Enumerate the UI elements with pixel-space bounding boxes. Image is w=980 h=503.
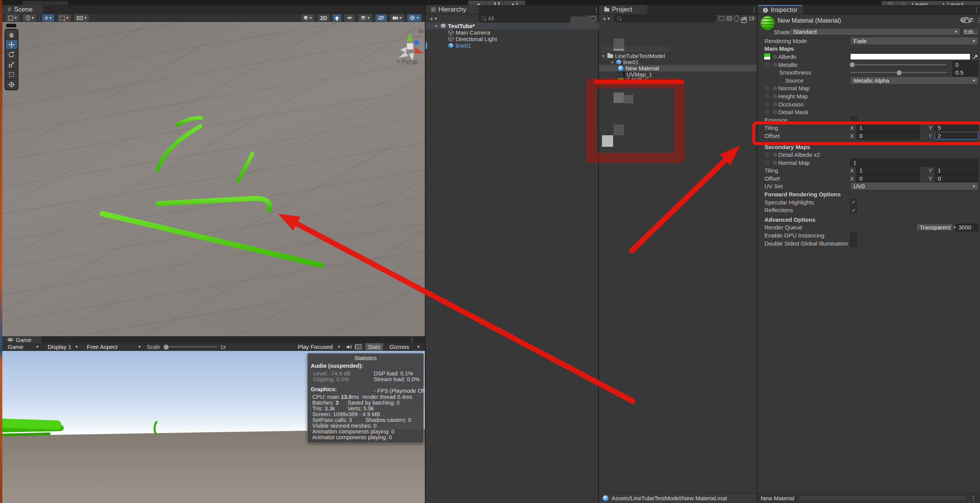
metallic-value-field[interactable]: 0 [952,61,978,68]
effects-dropdown[interactable]: ▾ [358,14,373,22]
rotate-tool-button[interactable] [6,50,17,59]
lighting-toggle-button[interactable] [332,14,342,22]
scale-slider[interactable] [163,346,217,347]
step-button[interactable]: ► [503,0,526,5]
aspect-ratio-dropdown[interactable]: Free Aspect▾ [84,343,144,350]
normal-scale-field[interactable]: 1 [850,159,978,166]
panel-menu-icon[interactable]: ⋮ [751,6,758,13]
rect-tool-button[interactable] [6,70,17,79]
tab-scene[interactable]: # Scene [2,5,43,14]
smoothness-knob[interactable] [896,70,902,76]
object-picker-icon[interactable]: ⊙ [773,101,777,107]
material-menu-icon[interactable]: ⋮ [976,17,980,24]
object-picker-icon[interactable]: ⊙ [773,152,777,158]
smoothness-slider[interactable] [850,72,947,73]
shader-dropdown[interactable]: Standard▾ [790,28,960,35]
tab-game[interactable]: Game [2,336,41,343]
game-view-dropdown[interactable]: Game▾ [5,343,41,350]
preview-menu-icon[interactable]: ⋮ [970,495,977,502]
project-item-new-material[interactable]: New Material [618,65,659,71]
hierarchy-item-directional-light[interactable]: Directional Light [448,36,497,42]
game-viewport[interactable]: Statistics Audio (suspended): Level: -74… [2,352,425,503]
display-dropdown[interactable]: Display 1▾ [45,343,81,350]
scene-viewport[interactable]: y z x < Persp [2,22,425,336]
detail-albedo-texture-slot[interactable] [764,151,771,158]
layers-dropdown[interactable]: Layers▾ [909,1,948,5]
double-sided-gi-checkbox[interactable] [850,240,857,247]
layout-dropdown[interactable]: Layout▾ [944,1,980,5]
units-button[interactable]: ▾ [74,14,90,22]
gizmos-dropdown[interactable]: Gizmos▾ [386,343,423,350]
height-map-texture-slot[interactable] [764,93,771,100]
lock-icon[interactable] [741,18,747,23]
collapse-icon[interactable]: ▼ [601,54,605,58]
axis-z-handle[interactable] [414,40,419,45]
gizmos-toggle-dropdown[interactable]: ▾ [407,14,422,22]
gpu-instancing-checkbox[interactable] [850,232,857,239]
hierarchy-item-line01[interactable]: line01 [448,42,471,49]
detail-mask-texture-slot[interactable] [764,109,771,116]
metallic-slider[interactable] [850,64,947,65]
object-picker-icon[interactable]: ⊙ [773,93,777,99]
shading-mode-dropdown[interactable]: ▾ [301,14,315,22]
2d-toggle-button[interactable]: 2D [317,14,330,22]
smoothness-value-field[interactable]: 0.5 [952,69,978,76]
edit-shader-button[interactable]: Edit... [963,28,979,35]
camera-settings-dropdown[interactable]: ▾ [390,14,405,22]
source-dropdown[interactable]: Metallic Alpha▾ [850,76,978,85]
panel-menu-icon[interactable]: ⋮ [973,6,980,13]
inspector-preview-header[interactable]: New Material ⋮ [758,493,980,503]
tool-settings-button[interactable]: ▾ [5,14,20,22]
stats-toggle-button[interactable]: Stats [365,343,383,351]
project-folder-row[interactable]: ▼ LineTubeTestModel [601,53,665,59]
eyedropper-icon[interactable] [973,54,978,60]
mute-audio-icon[interactable] [346,345,352,349]
axis-x-cone[interactable] [415,48,424,54]
tool-handle-rotation-button[interactable]: ▾ [22,14,37,22]
reflections-checkbox[interactable]: ✓ [850,207,857,214]
hierarchy-item-main-camera[interactable]: Main Camera [448,29,490,36]
preview-drag-handle[interactable] [799,496,966,500]
secondary-normal-texture-slot[interactable] [764,159,771,166]
secondary-tiling-x-field[interactable]: 1 [856,167,920,174]
object-picker-icon[interactable]: ⊙ [773,62,777,68]
uv-set-dropdown[interactable]: UV0▾ [850,182,978,190]
render-queue-value-field[interactable]: 3000 [955,224,978,231]
presets-icon[interactable] [968,18,973,22]
secondary-offset-x-field[interactable]: 0 [856,174,920,182]
metallic-knob[interactable] [849,62,855,68]
grid-visibility-button[interactable]: #▾ [42,14,55,22]
transform-tool-button[interactable] [6,80,17,89]
normal-map-texture-slot[interactable] [764,85,771,92]
tab-hierarchy[interactable]: Hierarchy [426,5,479,14]
albedo-texture-thumb[interactable] [764,53,771,60]
scale-slider-knob[interactable] [163,344,169,350]
hidden-objects-toggle[interactable] [375,14,387,22]
specular-checkbox[interactable]: ✓ [850,199,857,206]
keyboard-icon[interactable] [355,344,362,349]
scale-tool-button[interactable] [6,60,17,69]
object-picker-icon[interactable]: ⊙ [773,85,777,91]
axis-y-cone[interactable] [406,33,413,42]
occlusion-texture-slot[interactable] [764,101,771,108]
tab-inspector[interactable]: i Inspector [758,5,803,14]
object-picker-icon[interactable]: ⊙ [773,54,777,60]
projection-mode-label[interactable]: < Persp [396,58,418,65]
hand-tool-button[interactable] [6,30,17,39]
albedo-color-swatch[interactable] [850,53,970,60]
object-picker-icon[interactable]: ⊙ [773,160,777,166]
rendering-mode-dropdown[interactable]: Fade▾ [850,37,978,45]
object-picker-icon[interactable]: ⊙ [773,109,777,115]
play-focused-dropdown[interactable]: Play Focused▾ [295,343,343,350]
expand-icon[interactable]: ▸ [612,60,614,65]
tab-project[interactable]: Project [599,5,647,14]
move-tool-button[interactable] [6,40,17,49]
help-icon[interactable]: ? [960,17,966,23]
metallic-texture-slot[interactable] [764,61,771,68]
gizmo-center-cube[interactable] [407,43,413,50]
version-control-button[interactable] [52,1,68,5]
project-item-line01[interactable]: ▸ line01 [612,59,639,65]
tool-overlay-handle[interactable] [6,24,16,27]
audio-toggle-button[interactable] [344,14,355,22]
snap-settings-button[interactable]: ▾ [57,14,71,22]
